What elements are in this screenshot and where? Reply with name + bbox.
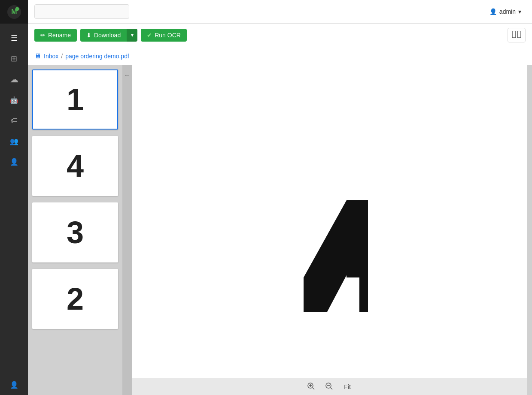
pdf-content-svg: [265, 115, 394, 329]
user-menu[interactable]: 👤 admin ▾: [485, 6, 526, 17]
rename-icon: ✏: [40, 32, 46, 39]
download-main-button[interactable]: ⬇ Download: [80, 29, 127, 42]
thumbnail-number: 3: [67, 217, 84, 248]
sidebar-nav: ☰ ⊞ ☁ 🤖 🏷 👥 👤 👤: [0, 24, 28, 395]
zoom-out-button[interactable]: [322, 380, 336, 393]
sidebar-item-contacts[interactable]: 👤: [0, 151, 28, 172]
pdf-page: [132, 65, 527, 378]
toolbar: ✏ Rename ⬇ Download ▾ ✔ Run OCR: [28, 24, 532, 47]
check-circle-icon: ✔: [147, 32, 152, 39]
robot-icon: 🤖: [10, 96, 18, 104]
sidebar-item-dashboard[interactable]: ⊞: [0, 48, 28, 69]
tag-icon: 🏷: [11, 117, 18, 124]
hamburger-icon: ☰: [11, 33, 18, 43]
user-dropdown-icon: ▾: [518, 8, 521, 15]
svg-rect-3: [512, 31, 516, 38]
inbox-icon: 🖥: [34, 52, 41, 60]
sidebar-item-hamburger[interactable]: ☰: [0, 28, 28, 48]
thumbnail-number: 4: [67, 151, 84, 181]
svg-line-11: [313, 388, 314, 389]
sidebar-item-automation[interactable]: 🤖: [0, 90, 28, 110]
rename-button[interactable]: ✏ Rename: [34, 29, 77, 42]
thumbnail-item[interactable]: 2: [32, 269, 118, 329]
download-button-group: ⬇ Download ▾: [80, 29, 137, 42]
breadcrumb: 🖥 Inbox / page ordering demo.pdf: [28, 47, 532, 65]
zoom-in-icon: [307, 384, 315, 391]
sidebar-item-documents[interactable]: ☁: [0, 69, 28, 90]
svg-point-2: [15, 7, 19, 11]
search-input[interactable]: [34, 4, 129, 19]
content-area: 1432 ←: [28, 65, 532, 395]
breadcrumb-inbox-label: Inbox: [44, 53, 58, 60]
main-area: 🔍 👤 admin ▾ ✏ Rename ⬇ Download ▾ ✔ Run …: [28, 0, 532, 395]
breadcrumb-inbox-link[interactable]: Inbox: [44, 53, 58, 60]
search-wrapper: 🔍: [34, 4, 481, 19]
collapse-handle[interactable]: ←: [122, 65, 132, 395]
contacts-icon: 👤: [10, 158, 18, 166]
thumbnail-number: 2: [67, 283, 84, 314]
caret-down-icon: ▾: [131, 32, 134, 38]
sidebar-item-groups[interactable]: 👥: [0, 131, 28, 151]
svg-rect-4: [517, 31, 521, 38]
ocr-label: Run OCR: [155, 32, 181, 39]
sidebar-item-user[interactable]: 👤: [0, 374, 28, 395]
collapse-arrow-icon: ←: [124, 72, 130, 78]
thumbnail-item[interactable]: 3: [32, 202, 118, 262]
right-scrollbar[interactable]: [527, 65, 532, 395]
breadcrumb-separator: /: [61, 53, 63, 60]
split-view-icon: [512, 32, 521, 39]
dashboard-icon: ⊞: [11, 54, 17, 63]
svg-line-14: [331, 388, 332, 389]
thumbnail-item[interactable]: 1: [32, 69, 118, 130]
pdf-bottom-bar: Fit: [132, 378, 527, 395]
sidebar-item-tags[interactable]: 🏷: [0, 110, 28, 131]
thumbnail-panel: 1432: [28, 65, 122, 395]
zoom-out-icon: [325, 384, 333, 391]
user-avatar-icon: 👤: [489, 8, 497, 15]
thumbnail-item[interactable]: 4: [32, 136, 118, 196]
groups-icon: 👥: [10, 137, 18, 145]
download-caret-button[interactable]: ▾: [127, 29, 137, 42]
rename-label: Rename: [48, 32, 71, 39]
download-icon: ⬇: [86, 32, 91, 39]
thumbnail-number: 1: [67, 84, 84, 115]
topbar: 🔍 👤 admin ▾: [28, 0, 532, 24]
user-label: admin: [499, 8, 516, 15]
cloud-icon: ☁: [10, 74, 18, 84]
download-label: Download: [94, 32, 121, 39]
pdf-viewer: Fit: [132, 65, 527, 395]
user-icon: 👤: [10, 381, 18, 389]
sidebar: M ☰ ⊞ ☁ 🤖 🏷 👥 👤 👤: [0, 0, 28, 395]
split-view-button[interactable]: [508, 28, 526, 42]
fit-button[interactable]: Fit: [340, 382, 355, 392]
run-ocr-button[interactable]: ✔ Run OCR: [141, 29, 187, 42]
zoom-in-button[interactable]: [304, 380, 318, 393]
fit-label: Fit: [344, 383, 351, 390]
breadcrumb-file-link[interactable]: page ordering demo.pdf: [65, 53, 129, 60]
app-logo[interactable]: M: [0, 0, 28, 24]
svg-marker-7: [347, 277, 359, 312]
logo-icon: M: [7, 5, 21, 19]
